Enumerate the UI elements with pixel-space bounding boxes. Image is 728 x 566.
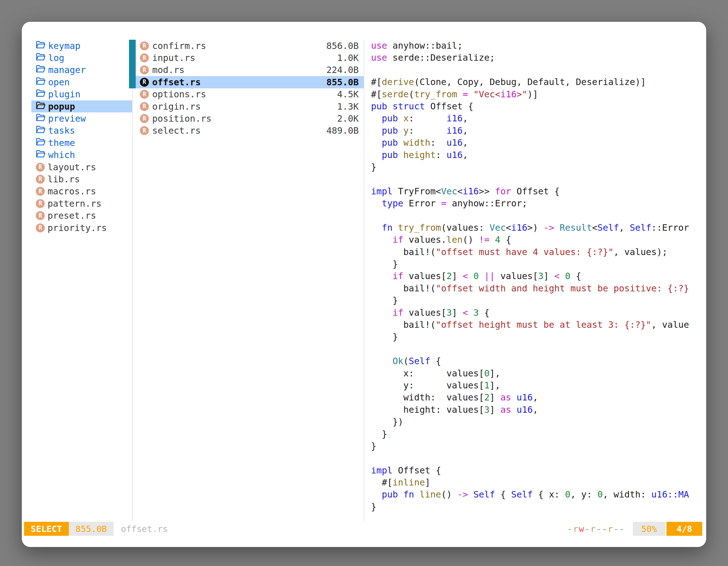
code-line: y: values[1], [371,379,706,391]
code-line: Ok(Self { [371,355,706,367]
sidebar-folder-open[interactable]: open [31,76,132,88]
rust-file-icon: R [36,199,45,208]
code-line: pub height: u16, [371,149,706,161]
sidebar-file-priority.rs[interactable]: Rpriority.rs [31,222,132,234]
sidebar-folder-keymap[interactable]: keymap [31,40,132,52]
code-line: x: values[0], [371,367,706,379]
file-manager-window: keymaplogmanageropenpluginpopuppreviewta… [22,22,706,547]
current-directory-pane: Rconfirm.rs856.0BRinput.rs1.0KRmod.rs224… [132,40,364,522]
sidebar-folder-tasks[interactable]: tasks [31,125,132,137]
file-name: origin.rs [152,101,201,112]
open-folder-icon [36,89,45,100]
sidebar-file-macros.rs[interactable]: Rmacros.rs [31,186,132,198]
sidebar-file-preset.rs[interactable]: Rpreset.rs [31,210,132,222]
code-line: #[derive(Clone, Copy, Debug, Default, De… [371,76,706,88]
rust-file-icon: R [36,175,45,184]
open-folder-icon [36,53,45,63]
code-line: } [371,501,706,513]
file-row-confirm.rs[interactable]: Rconfirm.rs856.0B [133,40,364,52]
file-name: select.rs [152,125,201,136]
folder-label: manager [48,65,86,75]
code-line [371,64,706,76]
rust-file-icon: R [140,78,149,87]
rust-file-icon: R [36,187,45,196]
file-row-offset.rs[interactable]: Roffset.rs855.0B [133,76,364,88]
file-label: priority.rs [48,223,107,233]
rust-file-icon: R [140,102,149,111]
sidebar-folder-preview[interactable]: preview [31,112,132,125]
parent-directory-pane: keymaplogmanageropenpluginpopuppreviewta… [22,40,132,522]
file-name: mod.rs [152,65,185,75]
file-name: offset.rs [152,77,201,88]
file-row-origin.rs[interactable]: Rorigin.rs1.3K [133,100,364,112]
code-line: #[serde(try_from = "Vec<i16>")] [371,88,706,100]
code-line: } [371,294,706,306]
code-line: fn try_from(values: Vec<i16>) -> Result<… [371,222,706,234]
file-row-input.rs[interactable]: Rinput.rs1.0K [133,52,364,64]
code-line [371,210,706,222]
code-line: pub x: i16, [371,112,706,125]
scroll-percent-badge: 50% [633,522,665,536]
file-row-position.rs[interactable]: Rposition.rs2.0K [133,112,364,125]
code-line: pub y: i16, [371,125,706,137]
hovered-file-name: offset.rs [121,524,168,534]
file-size: 2.0K [337,113,359,124]
file-label: pattern.rs [48,198,102,209]
sidebar-file-lib.rs[interactable]: Rlib.rs [31,173,132,185]
code-line: if values.len() != 4 { [371,234,706,246]
sidebar-file-layout.rs[interactable]: Rlayout.rs [31,161,132,173]
rust-file-icon: R [140,53,149,62]
code-line: use serde::Deserialize; [371,52,706,64]
code-line: impl Offset { [371,464,706,476]
file-size: 855.0B [326,77,359,88]
folder-label: preview [48,113,86,124]
file-size: 856.0B [326,41,359,51]
open-folder-icon [36,77,45,88]
code-line: bail!("offset height must be at least 3:… [371,319,706,331]
rust-file-icon: R [36,163,45,172]
folder-label: open [48,77,70,88]
file-size: 4.5K [337,89,359,100]
code-line: }) [371,416,706,428]
file-size: 1.0K [337,53,359,63]
code-line: if values[2] < 0 || values[3] < 0 { [371,270,706,282]
rust-file-icon: R [140,65,149,74]
sidebar-folder-plugin[interactable]: plugin [31,88,132,100]
file-permissions: -rw-r--r-- [567,524,625,534]
folder-label: log [48,53,64,63]
sidebar-folder-which[interactable]: which [31,149,132,161]
file-size: 1.3K [337,101,359,112]
rust-file-icon: R [140,114,149,123]
folder-label: plugin [48,89,81,100]
code-line: height: values[3] as u16, [371,404,706,416]
code-line: } [371,161,706,173]
file-row-select.rs[interactable]: Rselect.rs489.0B [133,125,364,137]
code-line: } [371,258,706,270]
open-folder-icon [36,125,45,136]
code-line: width: values[2] as u16, [371,391,706,403]
sidebar-folder-popup[interactable]: popup [31,100,132,112]
sidebar-folder-manager[interactable]: manager [31,64,132,76]
file-row-mod.rs[interactable]: Rmod.rs224.0B [133,64,364,76]
open-folder-icon [36,113,45,124]
open-folder-icon [36,41,45,51]
open-folder-icon [36,65,45,75]
code-line: type Error = anyhow::Error; [371,198,706,210]
file-label: layout.rs [48,162,96,173]
sidebar-folder-log[interactable]: log [31,52,132,64]
mode-badge: SELECT [24,522,69,536]
file-preview-pane: use anyhow::bail;use serde::Deserialize;… [364,40,706,522]
sidebar-folder-theme[interactable]: theme [31,137,132,149]
file-name: position.rs [152,113,212,124]
code-line: use anyhow::bail; [371,40,706,52]
code-line: if values[3] < 3 { [371,307,706,319]
sidebar-file-pattern.rs[interactable]: Rpattern.rs [31,198,132,210]
code-line [371,343,706,355]
code-line [371,173,706,185]
panes-container: keymaplogmanageropenpluginpopuppreviewta… [22,40,706,522]
file-row-options.rs[interactable]: Roptions.rs4.5K [133,88,364,100]
code-line: pub width: u16, [371,137,706,149]
code-line [371,452,706,464]
code-line: } [371,331,706,343]
rust-file-icon: R [140,126,149,135]
